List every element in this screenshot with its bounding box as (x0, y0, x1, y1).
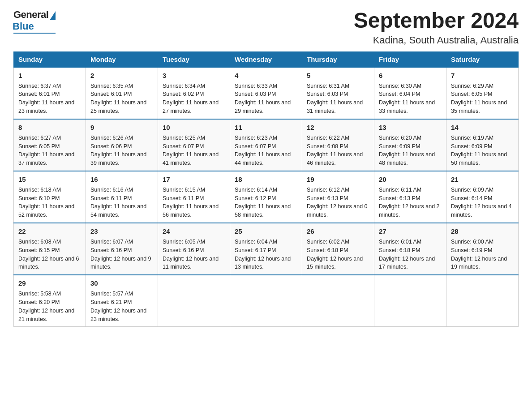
calendar-cell: 14 Sunrise: 6:19 AMSunset: 6:09 PMDaylig… (446, 119, 519, 171)
day-info: Sunrise: 6:12 AMSunset: 6:13 PMDaylight:… (307, 187, 368, 218)
day-number: 25 (235, 227, 297, 236)
calendar-cell (374, 275, 446, 327)
day-info: Sunrise: 6:07 AMSunset: 6:16 PMDaylight:… (90, 239, 151, 270)
calendar-cell: 13 Sunrise: 6:20 AMSunset: 6:09 PMDaylig… (374, 119, 446, 171)
calendar-cell: 16 Sunrise: 6:16 AMSunset: 6:11 PMDaylig… (86, 171, 158, 223)
col-friday: Friday (374, 51, 446, 67)
calendar-cell: 29 Sunrise: 5:58 AMSunset: 6:20 PMDaylig… (14, 275, 86, 327)
day-info: Sunrise: 6:08 AMSunset: 6:15 PMDaylight:… (18, 239, 79, 270)
day-number: 4 (235, 71, 297, 81)
day-info: Sunrise: 6:09 AMSunset: 6:14 PMDaylight:… (451, 187, 512, 218)
day-info: Sunrise: 5:58 AMSunset: 6:20 PMDaylight:… (18, 291, 74, 322)
day-info: Sunrise: 6:35 AMSunset: 6:01 PMDaylight:… (90, 83, 146, 115)
day-info: Sunrise: 6:15 AMSunset: 6:11 PMDaylight:… (163, 187, 219, 218)
calendar-cell: 28 Sunrise: 6:00 AMSunset: 6:19 PMDaylig… (446, 223, 519, 275)
day-number: 16 (90, 175, 153, 184)
day-number: 24 (163, 227, 225, 236)
day-info: Sunrise: 6:22 AMSunset: 6:08 PMDaylight:… (307, 135, 363, 167)
day-info: Sunrise: 5:57 AMSunset: 6:21 PMDaylight:… (90, 291, 146, 322)
calendar-cell: 2 Sunrise: 6:35 AMSunset: 6:01 PMDayligh… (86, 67, 158, 119)
day-info: Sunrise: 6:30 AMSunset: 6:04 PMDaylight:… (379, 83, 435, 115)
day-number: 20 (379, 175, 442, 184)
logo: General Blue (13, 9, 56, 34)
calendar-cell: 17 Sunrise: 6:15 AMSunset: 6:11 PMDaylig… (158, 171, 230, 223)
col-wednesday: Wednesday (230, 51, 302, 67)
day-info: Sunrise: 6:25 AMSunset: 6:07 PMDaylight:… (163, 135, 219, 167)
calendar-cell: 9 Sunrise: 6:26 AMSunset: 6:06 PMDayligh… (86, 119, 158, 171)
day-number: 3 (163, 71, 225, 81)
calendar-cell: 30 Sunrise: 5:57 AMSunset: 6:21 PMDaylig… (86, 275, 158, 327)
col-thursday: Thursday (302, 51, 374, 67)
day-number: 18 (235, 175, 297, 184)
day-number: 9 (90, 123, 153, 133)
day-number: 1 (18, 71, 81, 81)
calendar-week-row: 22 Sunrise: 6:08 AMSunset: 6:15 PMDaylig… (14, 223, 519, 275)
day-number: 2 (90, 71, 153, 81)
day-info: Sunrise: 6:37 AMSunset: 6:01 PMDaylight:… (18, 83, 74, 115)
calendar-table: Sunday Monday Tuesday Wednesday Thursday… (13, 51, 519, 327)
logo-general-text: General (13, 9, 48, 21)
day-info: Sunrise: 6:20 AMSunset: 6:09 PMDaylight:… (379, 135, 435, 167)
day-info: Sunrise: 6:01 AMSunset: 6:18 PMDaylight:… (379, 239, 435, 270)
calendar-cell (230, 275, 302, 327)
day-info: Sunrise: 6:05 AMSunset: 6:16 PMDaylight:… (163, 239, 219, 270)
page-header: General Blue September 2024 Kadina, Sout… (13, 9, 519, 46)
calendar-cell: 3 Sunrise: 6:34 AMSunset: 6:02 PMDayligh… (158, 67, 230, 119)
calendar-week-row: 29 Sunrise: 5:58 AMSunset: 6:20 PMDaylig… (14, 275, 519, 327)
col-saturday: Saturday (446, 51, 519, 67)
calendar-cell: 21 Sunrise: 6:09 AMSunset: 6:14 PMDaylig… (446, 171, 519, 223)
calendar-cell: 27 Sunrise: 6:01 AMSunset: 6:18 PMDaylig… (374, 223, 446, 275)
day-number: 22 (18, 227, 81, 236)
calendar-cell: 18 Sunrise: 6:14 AMSunset: 6:12 PMDaylig… (230, 171, 302, 223)
calendar-cell: 23 Sunrise: 6:07 AMSunset: 6:16 PMDaylig… (86, 223, 158, 275)
calendar-cell: 15 Sunrise: 6:18 AMSunset: 6:10 PMDaylig… (14, 171, 86, 223)
day-info: Sunrise: 6:34 AMSunset: 6:02 PMDaylight:… (163, 83, 219, 115)
day-info: Sunrise: 6:26 AMSunset: 6:06 PMDaylight:… (90, 135, 146, 167)
day-number: 17 (163, 175, 225, 184)
logo-blue-text: Blue (13, 21, 34, 32)
day-info: Sunrise: 6:14 AMSunset: 6:12 PMDaylight:… (235, 187, 291, 218)
calendar-cell: 11 Sunrise: 6:23 AMSunset: 6:07 PMDaylig… (230, 119, 302, 171)
calendar-cell (158, 275, 230, 327)
calendar-cell: 6 Sunrise: 6:30 AMSunset: 6:04 PMDayligh… (374, 67, 446, 119)
calendar-cell: 25 Sunrise: 6:04 AMSunset: 6:17 PMDaylig… (230, 223, 302, 275)
calendar-cell: 7 Sunrise: 6:29 AMSunset: 6:05 PMDayligh… (446, 67, 519, 119)
logo-underline (13, 33, 56, 34)
day-number: 6 (379, 71, 442, 81)
calendar-week-row: 8 Sunrise: 6:27 AMSunset: 6:05 PMDayligh… (14, 119, 519, 171)
day-number: 19 (307, 175, 369, 184)
day-number: 11 (235, 123, 297, 133)
day-number: 7 (451, 71, 514, 81)
calendar-cell (446, 275, 519, 327)
logo-triangle-icon (50, 11, 56, 20)
day-info: Sunrise: 6:31 AMSunset: 6:03 PMDaylight:… (307, 83, 363, 115)
calendar-week-row: 1 Sunrise: 6:37 AMSunset: 6:01 PMDayligh… (14, 67, 519, 119)
calendar-cell: 12 Sunrise: 6:22 AMSunset: 6:08 PMDaylig… (302, 119, 374, 171)
calendar-cell (302, 275, 374, 327)
day-number: 27 (379, 227, 442, 236)
day-number: 10 (163, 123, 225, 133)
col-tuesday: Tuesday (158, 51, 230, 67)
day-number: 15 (18, 175, 81, 184)
calendar-cell: 24 Sunrise: 6:05 AMSunset: 6:16 PMDaylig… (158, 223, 230, 275)
day-info: Sunrise: 6:11 AMSunset: 6:13 PMDaylight:… (379, 187, 440, 218)
day-info: Sunrise: 6:23 AMSunset: 6:07 PMDaylight:… (235, 135, 291, 167)
calendar-cell: 8 Sunrise: 6:27 AMSunset: 6:05 PMDayligh… (14, 119, 86, 171)
calendar-cell: 5 Sunrise: 6:31 AMSunset: 6:03 PMDayligh… (302, 67, 374, 119)
calendar-header-row: Sunday Monday Tuesday Wednesday Thursday… (14, 51, 519, 67)
day-info: Sunrise: 6:00 AMSunset: 6:19 PMDaylight:… (451, 239, 507, 270)
calendar-cell: 10 Sunrise: 6:25 AMSunset: 6:07 PMDaylig… (158, 119, 230, 171)
day-info: Sunrise: 6:33 AMSunset: 6:03 PMDaylight:… (235, 83, 291, 115)
calendar-cell: 19 Sunrise: 6:12 AMSunset: 6:13 PMDaylig… (302, 171, 374, 223)
col-sunday: Sunday (14, 51, 86, 67)
day-info: Sunrise: 6:02 AMSunset: 6:18 PMDaylight:… (307, 239, 363, 270)
calendar-cell: 22 Sunrise: 6:08 AMSunset: 6:15 PMDaylig… (14, 223, 86, 275)
day-number: 14 (451, 123, 514, 133)
day-number: 29 (18, 278, 81, 288)
day-info: Sunrise: 6:18 AMSunset: 6:10 PMDaylight:… (18, 187, 74, 218)
col-monday: Monday (86, 51, 158, 67)
day-info: Sunrise: 6:29 AMSunset: 6:05 PMDaylight:… (451, 83, 507, 115)
day-info: Sunrise: 6:04 AMSunset: 6:17 PMDaylight:… (235, 239, 291, 270)
calendar-week-row: 15 Sunrise: 6:18 AMSunset: 6:10 PMDaylig… (14, 171, 519, 223)
day-number: 13 (379, 123, 442, 133)
